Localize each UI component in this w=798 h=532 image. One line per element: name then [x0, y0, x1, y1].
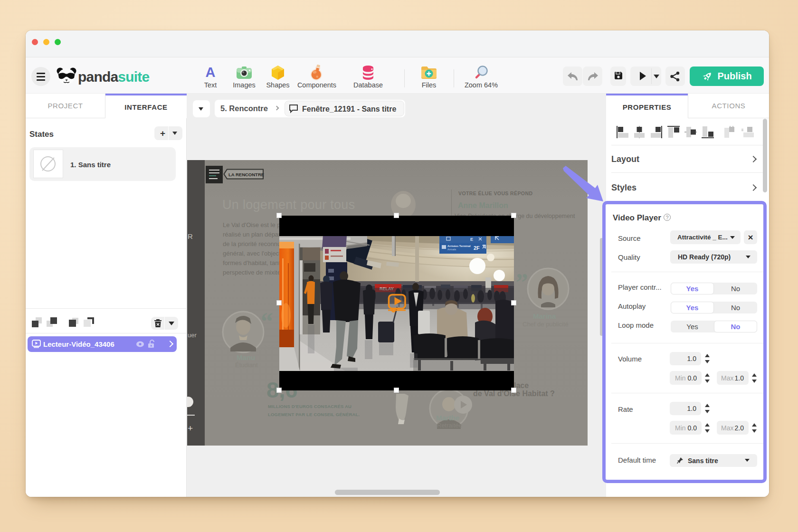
svg-text:Arrivals: Arrivals — [447, 248, 456, 251]
svg-text:pandasuite: pandasuite — [78, 69, 149, 85]
svg-text:E: E — [470, 237, 473, 242]
svg-text:Arrivées Terminal: Arrivées Terminal — [447, 245, 471, 247]
svg-text:2F: 2F — [474, 245, 480, 251]
svg-text:LA RENCONTRE: LA RENCONTRE — [228, 172, 264, 177]
